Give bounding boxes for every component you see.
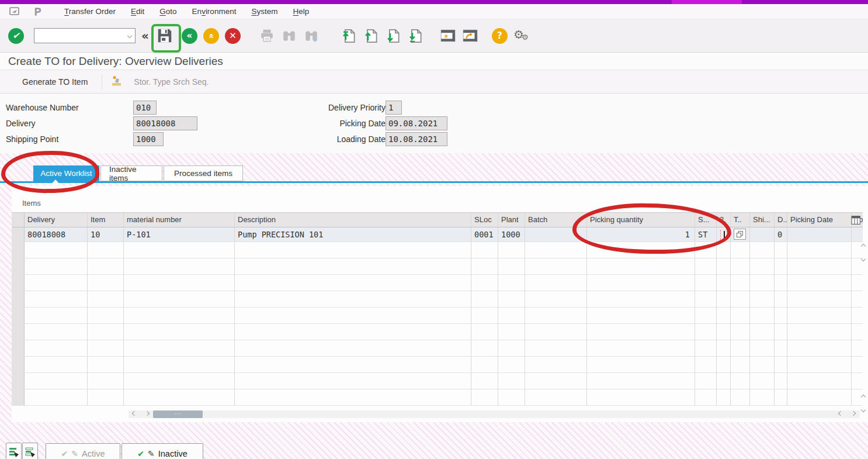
enter-button[interactable]: ✔ bbox=[8, 28, 24, 44]
empty-row bbox=[12, 340, 863, 357]
col-description[interactable]: Description bbox=[235, 213, 471, 227]
menu-help[interactable]: Help bbox=[293, 7, 309, 16]
select-all-items-button[interactable] bbox=[6, 443, 22, 459]
loading-date-label: Loading Date bbox=[263, 134, 386, 144]
row-selector[interactable] bbox=[12, 227, 25, 241]
col-picking-date[interactable]: Picking Date bbox=[787, 213, 852, 227]
col-item[interactable]: Item bbox=[88, 213, 124, 227]
col-plant[interactable]: Plant bbox=[498, 213, 525, 227]
inactive-button[interactable]: ✔✎Inactive bbox=[121, 443, 203, 459]
row-selector[interactable] bbox=[12, 357, 25, 372]
row-selector[interactable] bbox=[12, 258, 25, 274]
col-batch[interactable]: Batch bbox=[525, 213, 587, 227]
generate-to-item-button[interactable]: Generate TO Item bbox=[22, 77, 88, 87]
menu-environment[interactable]: Environment bbox=[192, 7, 237, 16]
delivery-label: Delivery bbox=[6, 119, 133, 128]
check-icon: ✔ bbox=[137, 449, 144, 458]
cell-picking-date[interactable] bbox=[787, 227, 852, 241]
menu-bar: P Transfer Order Edit Goto Environment S… bbox=[0, 4, 868, 19]
empty-row bbox=[12, 357, 863, 373]
col-picking-quantity[interactable]: Picking quantity bbox=[587, 213, 695, 227]
system-toolbar: ✔ « « « ✕ bbox=[0, 19, 868, 53]
sap-session-icon[interactable]: P bbox=[32, 6, 45, 17]
next-page-icon[interactable] bbox=[382, 24, 404, 47]
cell-delivery: 80018008 bbox=[25, 227, 88, 241]
cell-picking-quantity[interactable]: 1 bbox=[587, 227, 695, 241]
footer-bar: ✔✎Active ✔✎Inactive bbox=[0, 422, 868, 459]
accent-stripe-highlight bbox=[672, 0, 742, 4]
check-icon: ✔ bbox=[61, 449, 68, 458]
loading-date-field[interactable]: 10.08.2021 bbox=[386, 132, 447, 146]
tab-processed-items[interactable]: Processed items bbox=[164, 165, 243, 181]
active-button: ✔✎Active bbox=[46, 443, 120, 459]
table-config-icon[interactable] bbox=[851, 215, 861, 227]
cell-d: 0 bbox=[775, 227, 787, 241]
save-button[interactable] bbox=[154, 24, 176, 47]
empty-row bbox=[12, 242, 863, 258]
row-selector[interactable] bbox=[12, 324, 25, 340]
empty-row bbox=[12, 275, 863, 291]
row-selector[interactable] bbox=[12, 308, 25, 323]
pencil-icon: ✎ bbox=[71, 449, 78, 458]
delivery-field[interactable]: 80018008 bbox=[133, 116, 197, 130]
hscroll-track[interactable] bbox=[129, 410, 860, 418]
cancel-button[interactable]: ✕ bbox=[225, 28, 241, 44]
col-s[interactable]: S... bbox=[695, 213, 717, 227]
last-page-icon[interactable] bbox=[404, 24, 426, 47]
window-accent-stripe bbox=[0, 0, 868, 4]
exit-button[interactable]: « bbox=[203, 28, 219, 44]
menu-transfer-order[interactable]: Transfer Order bbox=[64, 7, 116, 16]
copy-icon[interactable] bbox=[734, 229, 746, 240]
page-title: Create TO for Delivery: Overview Deliver… bbox=[8, 55, 223, 68]
warehouse-number-label: Warehouse Number bbox=[6, 103, 133, 112]
find-icon bbox=[278, 24, 300, 47]
cell-batch[interactable] bbox=[525, 227, 587, 241]
row-selector[interactable] bbox=[12, 389, 25, 405]
col-t[interactable]: T.. bbox=[731, 213, 750, 227]
picking-date-field[interactable]: 09.08.2021 bbox=[386, 116, 447, 130]
delivery-priority-field[interactable]: 1 bbox=[386, 101, 402, 115]
new-session-icon[interactable]: ★ bbox=[437, 24, 459, 47]
previous-page-icon[interactable] bbox=[360, 24, 382, 47]
help-button[interactable]: ? bbox=[492, 28, 508, 44]
text-cursor bbox=[724, 231, 725, 239]
items-panel: Items Delivery Item material number Desc… bbox=[12, 186, 868, 422]
warehouse-number-field[interactable]: 010 bbox=[133, 101, 157, 115]
row-selector[interactable] bbox=[12, 340, 25, 356]
create-shortcut-icon[interactable] bbox=[459, 24, 481, 47]
row-selector[interactable] bbox=[12, 291, 25, 307]
menu-edit[interactable]: Edit bbox=[131, 7, 144, 16]
quick-access-icon[interactable] bbox=[8, 6, 21, 17]
col-sloc[interactable]: SLoc bbox=[471, 213, 498, 227]
tab-active-worklist[interactable]: Active Worklist bbox=[33, 165, 99, 181]
row-selector[interactable] bbox=[12, 275, 25, 291]
delivery-priority-label: Delivery Priority bbox=[263, 103, 386, 112]
cell-unit[interactable]: ST bbox=[695, 227, 717, 241]
col-2[interactable]: 2. bbox=[717, 213, 731, 227]
shipping-point-field[interactable]: 1000 bbox=[133, 132, 164, 146]
deselect-all-items-button[interactable] bbox=[22, 443, 38, 459]
row-selector[interactable] bbox=[12, 373, 25, 389]
cell-t bbox=[731, 227, 750, 241]
col-delivery[interactable]: Delivery bbox=[25, 213, 88, 227]
col-shi[interactable]: Shi... bbox=[750, 213, 775, 227]
select-all-corner[interactable] bbox=[12, 213, 25, 227]
stamp-icon bbox=[110, 74, 123, 90]
toolbar-separator bbox=[102, 74, 102, 89]
customize-layout-icon[interactable]: ⚙⚙ bbox=[513, 27, 531, 44]
horizontal-scrollbar: ··· bbox=[12, 409, 868, 419]
print-icon bbox=[256, 24, 278, 47]
collapse-toolbar-icon[interactable]: « bbox=[141, 29, 149, 43]
menu-goto[interactable]: Goto bbox=[159, 7, 176, 16]
row-selector[interactable] bbox=[12, 242, 25, 258]
col-material-number[interactable]: material number bbox=[124, 213, 235, 227]
cell-active-edit[interactable] bbox=[717, 227, 731, 241]
tab-inactive-items[interactable]: Inactive items bbox=[100, 165, 162, 181]
hscroll-thumb[interactable]: ··· bbox=[153, 410, 203, 418]
col-d[interactable]: D.. bbox=[775, 213, 787, 227]
menu-system[interactable]: System bbox=[251, 7, 277, 16]
table-header-row: Delivery Item material number Descriptio… bbox=[12, 212, 863, 227]
first-page-icon[interactable] bbox=[338, 24, 360, 47]
back-button[interactable]: « bbox=[182, 28, 197, 44]
command-input[interactable] bbox=[34, 28, 136, 43]
